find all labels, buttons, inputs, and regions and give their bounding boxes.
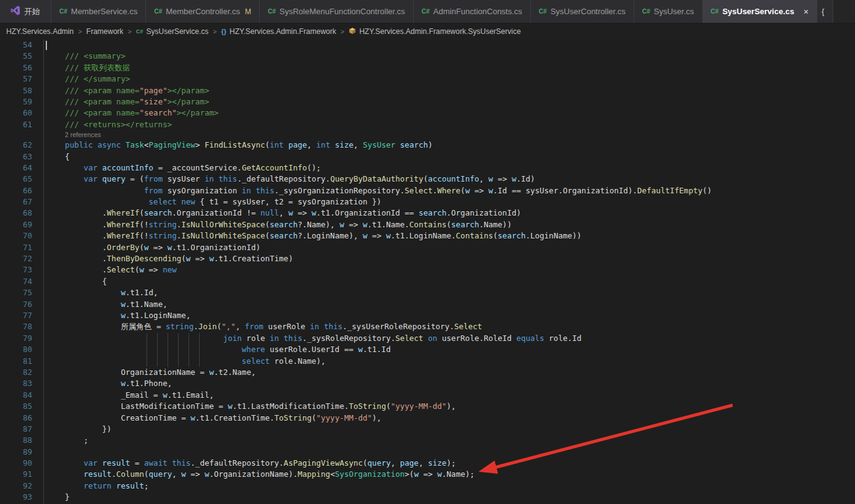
code-line-text[interactable]: /// <param name="page"></param> [46, 85, 209, 96]
line-number[interactable]: 60 [0, 107, 32, 119]
code-line-text[interactable]: var query = (from sysUser in this._defau… [46, 174, 535, 185]
code-line-text[interactable]: 所属角色 = string.Join(",", from userRole in… [46, 321, 482, 332]
code-line-text[interactable]: .OrderBy(w => w.t1.OrganizationId) [46, 242, 260, 253]
line-number[interactable]: 67 [0, 196, 32, 208]
code-line-text[interactable]: { [46, 151, 70, 162]
code-line-text[interactable]: /// <returns></returns> [46, 119, 172, 130]
line-number[interactable]: 93 [0, 492, 32, 503]
line-number[interactable]: 54 [0, 40, 32, 51]
breadcrumb-item-hzy-services-admin-framework-sysuserservice[interactable]: HZY.Services.Admin.Framework.SysUserServ… [349, 27, 521, 36]
code-line-text[interactable]: w.t1.Phone, [46, 378, 172, 389]
tab-adminfunctionconsts-cs[interactable]: C#AdminFunctionConsts.cs [414, 0, 531, 23]
code-line-text[interactable]: join role in this._sysRoleRepository.Sel… [46, 333, 582, 344]
line-number[interactable]: 56 [0, 62, 32, 74]
tab-sysuser-cs[interactable]: C#SysUser.cs [634, 0, 703, 23]
code-line-text[interactable]: public async Task<PagingView> FindListAs… [46, 140, 433, 151]
tab-membercontroller-cs[interactable]: C#MemberController.csM [146, 0, 260, 23]
code-line-text[interactable]: var accountInfo = _accountService.GetAcc… [46, 162, 321, 174]
line-number[interactable]: 70 [0, 230, 32, 242]
line-number[interactable]: 73 [0, 264, 32, 275]
line-number[interactable]: 72 [0, 253, 32, 264]
tab-sysuserservice-cs[interactable]: C#SysUserService.cs× [703, 0, 817, 23]
line-number[interactable]: 57 [0, 74, 32, 85]
code-line-text[interactable]: w.t1.Name, [46, 299, 168, 310]
line-number[interactable]: 69 [0, 219, 32, 230]
line-number[interactable]: 90 [0, 458, 32, 469]
line-number[interactable]: 68 [0, 208, 32, 219]
breadcrumb-item-framework[interactable]: Framework [87, 27, 124, 36]
code-line-text[interactable]: var result = await this._defaultReposito… [46, 458, 456, 469]
tab-sysusercontroller-cs[interactable]: C#SysUserController.cs [531, 0, 634, 23]
code-line-text[interactable]: CreationTime = w.t1.CreationTime.ToStrin… [46, 413, 381, 424]
code-line-text[interactable]: where userRole.UserId == w.t1.Id [46, 344, 391, 355]
line-number[interactable]: 85 [0, 401, 32, 412]
line-number[interactable]: 88 [0, 435, 32, 446]
tab-sysrolemenufunctioncontroller-cs[interactable]: C#SysRoleMenuFunctionController.cs [260, 0, 414, 23]
code-line-text[interactable]: } [46, 492, 70, 503]
code-line-text[interactable]: return result; [46, 481, 149, 492]
code-line-text[interactable]: OrganizationName = w.t2.Name, [46, 367, 256, 378]
line-number[interactable]: 59 [0, 96, 32, 107]
line-number[interactable]: 79 [0, 333, 32, 344]
code-line-text[interactable]: .WhereIf(!string.IsNullOrWhiteSpace(sear… [46, 219, 512, 230]
line-number[interactable]: 89 [0, 447, 32, 458]
line-number[interactable]: 81 [0, 356, 32, 367]
breadcrumb-item-hzy-services-admin-framework[interactable]: {}HZY.Services.Admin.Framework [221, 27, 336, 36]
code-line-text[interactable]: w.t1.Id, [46, 287, 158, 298]
line-number[interactable]: 61 [0, 119, 32, 130]
line-number[interactable]: 84 [0, 390, 32, 401]
line-number[interactable]: 62 [0, 140, 32, 151]
line-number[interactable]: 71 [0, 242, 32, 253]
code-line-text[interactable]: /// </summary> [46, 74, 130, 85]
line-number[interactable]: 83 [0, 378, 32, 389]
tab-item[interactable]: { [817, 0, 833, 23]
breadcrumb-separator: > [78, 28, 82, 35]
tab-开始[interactable]: 开始 [0, 0, 51, 23]
code-line: 74 { [0, 276, 855, 287]
code-line-text[interactable]: { [46, 276, 107, 287]
breadcrumb-item-sysuserservice-cs[interactable]: C#SysUserService.cs [136, 27, 208, 36]
line-number[interactable]: 86 [0, 413, 32, 424]
code-line: 82 OrganizationName = w.t2.Name, [0, 367, 855, 378]
codelens-references[interactable]: 2 references [0, 130, 855, 140]
line-number[interactable]: 78 [0, 321, 32, 332]
line-number[interactable]: 82 [0, 367, 32, 378]
line-number[interactable]: 64 [0, 162, 32, 174]
code-line-text[interactable]: select role.Name), [46, 356, 326, 367]
code-line-text[interactable]: LastModificationTime = w.t1.LastModifica… [46, 401, 456, 412]
code-line-text[interactable]: .Select(w => new [46, 264, 177, 275]
code-line-text[interactable]: /// 获取列表数据 [46, 62, 130, 74]
tab-memberservice-cs[interactable]: C#MemberService.cs [51, 0, 146, 23]
line-number[interactable]: 58 [0, 85, 32, 96]
line-number[interactable]: 92 [0, 481, 32, 492]
code-line-text[interactable]: result.Column(query, w => w.Organization… [46, 469, 475, 480]
code-line-text[interactable]: /// <param name="search"></param> [46, 107, 218, 119]
code-line-text[interactable]: w.t1.LoginName, [46, 310, 190, 321]
breadcrumb-item-hzy-services-admin[interactable]: HZY.Services.Admin [6, 27, 74, 36]
line-number[interactable]: 74 [0, 276, 32, 287]
line-number[interactable]: 87 [0, 424, 32, 435]
code-line-text[interactable]: /// <summary> [46, 51, 125, 62]
line-number[interactable]: 80 [0, 344, 32, 355]
code-line-text[interactable]: from sysOrganization in this._sysOrganiz… [46, 185, 712, 196]
code-line-text[interactable]: }) [46, 424, 111, 435]
code-line: 81 select role.Name), [0, 356, 855, 367]
line-number[interactable]: 63 [0, 151, 32, 162]
code-line-text[interactable]: .WhereIf(search.OrganizationId != null, … [46, 208, 521, 219]
code-line-text[interactable]: /// <param name="size"></param> [46, 96, 209, 107]
line-number[interactable]: 77 [0, 310, 32, 321]
code-line-text[interactable]: ; [46, 435, 88, 446]
line-number[interactable]: 55 [0, 51, 32, 62]
code-line-text[interactable]: _Email = w.t1.Email, [46, 390, 214, 401]
indent-guide [147, 333, 147, 367]
code-line-text[interactable]: select new { t1 = sysUser, t2 = sysOrgan… [46, 196, 381, 208]
line-number[interactable]: 65 [0, 174, 32, 185]
line-number[interactable]: 91 [0, 469, 32, 480]
line-number[interactable]: 76 [0, 299, 32, 310]
close-icon[interactable]: × [804, 7, 809, 16]
line-number[interactable]: 66 [0, 185, 32, 196]
code-line-text[interactable]: .ThenByDescending(w => w.t1.CreationTime… [46, 253, 293, 264]
code-line-text[interactable]: .WhereIf(!string.IsNullOrWhiteSpace(sear… [46, 230, 582, 242]
code-line: 68 .WhereIf(search.OrganizationId != nul… [0, 208, 855, 219]
line-number[interactable]: 75 [0, 287, 32, 298]
